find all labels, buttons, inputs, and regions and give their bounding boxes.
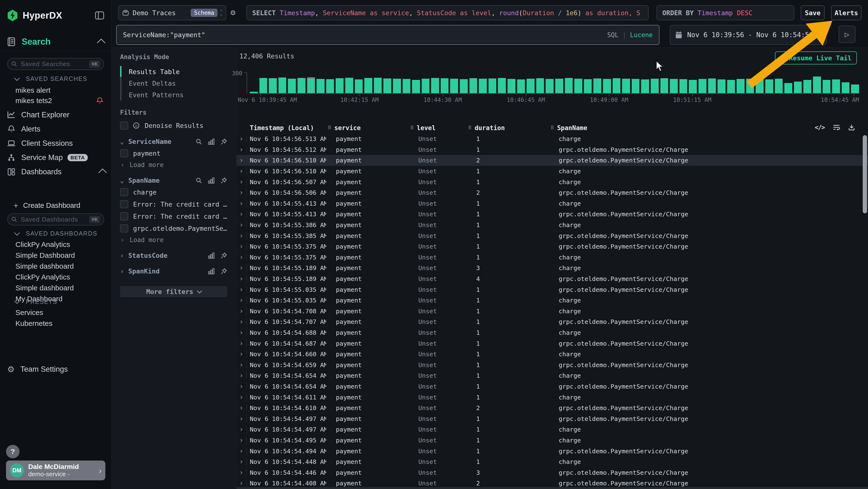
bar-chart-icon[interactable]: [208, 177, 215, 184]
table-row[interactable]: ›Nov 6 10:54:55.189 AMpaymentUnset4grpc.…: [237, 274, 868, 284]
histogram-bar[interactable]: [679, 79, 687, 93]
column-header-service[interactable]: ⠿service: [326, 124, 409, 132]
histogram-bar[interactable]: [842, 82, 850, 93]
vertical-scrollbar-thumb[interactable]: [863, 135, 867, 213]
schema-badge[interactable]: Schema: [191, 9, 217, 17]
pin-icon[interactable]: [220, 177, 227, 184]
histogram-bar[interactable]: [613, 78, 621, 93]
histogram-bar[interactable]: [527, 79, 534, 93]
row-expand-chevron[interactable]: ›: [237, 156, 247, 164]
histogram-bar[interactable]: [317, 79, 324, 93]
histogram-bar[interactable]: [288, 79, 296, 93]
histogram-bar[interactable]: [670, 79, 678, 93]
row-expand-chevron[interactable]: ›: [237, 404, 247, 411]
histogram-bar[interactable]: [259, 78, 268, 93]
sidebar-item-chart-explorer[interactable]: Chart Explorer: [7, 108, 105, 122]
filter-value-charge[interactable]: charge: [120, 188, 227, 196]
bar-chart-icon[interactable]: [208, 252, 215, 259]
row-expand-chevron[interactable]: ›: [237, 264, 247, 271]
table-row[interactable]: ›Nov 6 10:54:56.507 AMpaymentUnset1charg…: [237, 176, 868, 187]
row-expand-chevron[interactable]: ›: [237, 146, 247, 153]
filter-value-payment[interactable]: payment: [120, 149, 227, 157]
table-row[interactable]: ›Nov 6 10:54:56.513 AMpaymentUnset1charg…: [237, 134, 868, 144]
saved-dashboards-input[interactable]: Saved Dashboards ⌘K: [7, 213, 104, 225]
presets-header[interactable]: PRESETS: [15, 298, 57, 305]
table-row[interactable]: ›Nov 6 10:54:54.611 AMpaymentUnset1charg…: [237, 392, 868, 403]
row-expand-chevron[interactable]: ›: [237, 254, 247, 261]
histogram-bar[interactable]: [403, 79, 411, 93]
table-row[interactable]: ›Nov 6 10:54:55.413 AMpaymentUnset1grpc.…: [237, 209, 868, 220]
chevron-down-icon[interactable]: ⌄: [120, 138, 128, 145]
row-expand-chevron[interactable]: ›: [237, 308, 247, 315]
checkbox[interactable]: [120, 149, 128, 157]
chevron-down-icon[interactable]: ⌄: [120, 177, 128, 184]
row-expand-chevron[interactable]: ›: [237, 200, 247, 207]
histogram-bar[interactable]: [584, 79, 592, 93]
histogram-bar[interactable]: [765, 79, 773, 93]
preset-item[interactable]: Kubernetes: [16, 318, 106, 329]
table-row[interactable]: ›Nov 6 10:54:56.510 AMpaymentUnset2grpc.…: [237, 155, 868, 166]
search-icon[interactable]: [195, 138, 202, 145]
filter-group-SpanKind[interactable]: ›SpanKind: [120, 267, 227, 275]
pin-icon[interactable]: [220, 268, 227, 275]
histogram-bar[interactable]: [803, 80, 811, 93]
alerts-button[interactable]: Alerts: [831, 5, 862, 20]
histogram-bar[interactable]: [565, 78, 573, 93]
checkbox[interactable]: [120, 224, 128, 232]
search-icon[interactable]: [195, 177, 202, 184]
histogram-bar[interactable]: [450, 79, 458, 93]
language-toggle-lucene[interactable]: Lucene: [630, 31, 653, 39]
row-expand-chevron[interactable]: ›: [237, 469, 247, 476]
row-expand-chevron[interactable]: ›: [237, 286, 247, 293]
save-button[interactable]: Save: [801, 5, 825, 20]
search-query-input[interactable]: ServiceName:"payment" SQL | Lucene: [116, 25, 659, 45]
histogram-bar[interactable]: [489, 79, 496, 93]
table-row[interactable]: ›Nov 6 10:54:54.688 AMpaymentUnset1charg…: [237, 327, 868, 338]
analysis-mode-event-patterns[interactable]: Event Patterns: [129, 89, 184, 100]
saved-searches-input[interactable]: Saved Searches ⌘K: [7, 58, 104, 70]
histogram-bar[interactable]: [431, 78, 439, 93]
histogram-bar[interactable]: [307, 78, 315, 93]
checkbox[interactable]: [120, 200, 128, 208]
histogram-bar[interactable]: [469, 78, 477, 93]
histogram-bar[interactable]: [794, 82, 802, 93]
row-expand-chevron[interactable]: ›: [237, 318, 247, 325]
saved-searches-header[interactable]: SAVED SEARCHES: [15, 75, 87, 82]
histogram-bar[interactable]: [355, 79, 363, 93]
create-dashboard-button[interactable]: + Create Dashboard: [13, 201, 80, 210]
histogram-bar[interactable]: [689, 80, 697, 93]
filter-value-error-the-credit-card-[interactable]: Error: The credit card …: [120, 200, 227, 208]
histogram-bar[interactable]: [851, 84, 859, 93]
row-expand-chevron[interactable]: ›: [237, 372, 247, 379]
saved-search-item[interactable]: mikes tets2: [16, 95, 106, 106]
row-expand-chevron[interactable]: ›: [237, 178, 247, 185]
table-row[interactable]: ›Nov 6 10:54:54.495 AMpaymentUnset1charg…: [237, 435, 868, 446]
sidebar-item-service-map[interactable]: Service MapBETA: [7, 150, 105, 165]
row-expand-chevron[interactable]: ›: [237, 135, 247, 142]
table-row[interactable]: ›Nov 6 10:54:54.610 AMpaymentUnset2grpc.…: [237, 403, 868, 413]
row-expand-chevron[interactable]: ›: [237, 437, 247, 444]
load-more-button[interactable]: ›Load more: [121, 236, 227, 243]
row-expand-chevron[interactable]: ›: [237, 297, 247, 304]
row-expand-chevron[interactable]: ›: [237, 232, 247, 239]
row-expand-chevron[interactable]: ›: [237, 394, 247, 401]
histogram-bar[interactable]: [364, 78, 372, 93]
histogram-bar[interactable]: [441, 78, 449, 93]
run-query-button[interactable]: ▷: [839, 26, 856, 43]
saved-dashboards-header[interactable]: SAVED DASHBOARDS: [15, 230, 97, 237]
histogram-bar[interactable]: [326, 79, 334, 93]
histogram-bar[interactable]: [517, 79, 525, 93]
row-expand-chevron[interactable]: ›: [237, 448, 247, 455]
checkbox[interactable]: [120, 188, 128, 196]
histogram-bar[interactable]: [746, 79, 754, 93]
histogram-bar[interactable]: [507, 79, 516, 93]
histogram-bar[interactable]: [546, 79, 554, 93]
filter-value-error-the-credit-card-[interactable]: Error: The credit card …: [120, 212, 227, 220]
more-filters-button[interactable]: More filters: [120, 286, 227, 297]
saved-dashboard-item[interactable]: Simple Dashboard: [16, 250, 106, 261]
saved-search-item[interactable]: mikes alert: [16, 85, 106, 95]
row-expand-chevron[interactable]: ›: [237, 415, 247, 422]
filter-group-StatusCode[interactable]: ›StatusCode: [120, 252, 227, 259]
sql-select-editor[interactable]: SELECT Timestamp, ServiceName as service…: [246, 5, 649, 20]
row-expand-chevron[interactable]: ›: [237, 458, 247, 465]
